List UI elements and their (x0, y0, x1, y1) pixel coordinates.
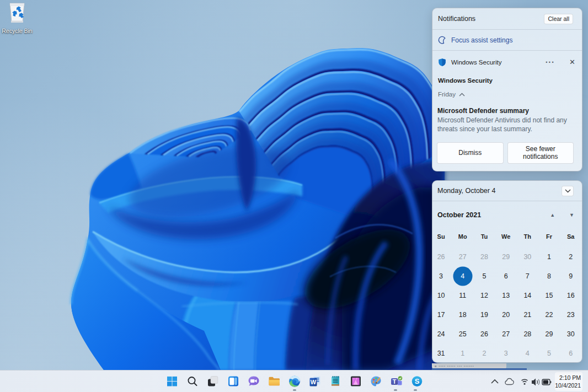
svg-text:S: S (415, 377, 420, 385)
svg-text:W: W (311, 379, 317, 385)
svg-text:T: T (393, 378, 397, 385)
